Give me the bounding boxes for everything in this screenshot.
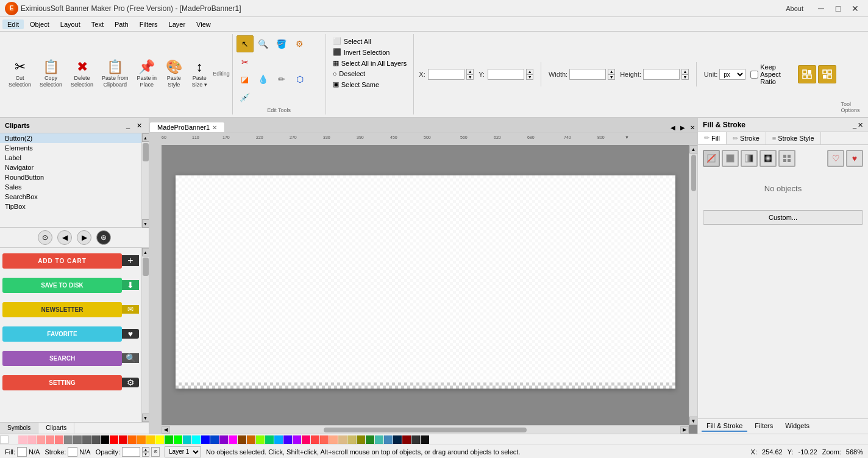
clipart-item-searchbox[interactable]: SearchBox <box>0 192 141 202</box>
clipart-preview-newsletter[interactable]: NEWSLETTER ✉ <box>2 299 139 320</box>
color-maroon[interactable] <box>402 435 411 444</box>
select-tool-button[interactable]: ↖ <box>237 35 254 52</box>
minimize-button[interactable]: ─ <box>813 2 829 15</box>
close-button[interactable]: ✕ <box>847 2 863 15</box>
clipart-item-navigator[interactable]: Navigator <box>0 163 141 172</box>
zoom-tool-button[interactable]: 🔍 <box>255 35 272 52</box>
clipart-item-elements[interactable]: Elements <box>0 143 141 153</box>
clipart-item-sales[interactable]: Sales <box>0 182 141 192</box>
color-blue1[interactable] <box>201 435 210 444</box>
color-brown2[interactable] <box>247 435 255 444</box>
color-pink5[interactable] <box>55 435 63 444</box>
bottom-tab-widgets[interactable]: Widgets <box>780 421 814 432</box>
opacity-input[interactable] <box>122 447 140 457</box>
opacity-up-button[interactable]: ▲ <box>142 447 149 452</box>
tab-symbols[interactable]: Symbols <box>0 423 38 434</box>
menu-filters[interactable]: Filters <box>135 19 163 29</box>
hscroll-thumb[interactable] <box>324 428 527 432</box>
canvas-scroll-right-button[interactable]: ▶ <box>678 122 688 132</box>
color-pink1[interactable] <box>18 435 27 444</box>
vscroll-thumb[interactable] <box>691 155 696 191</box>
clipart-preview-add-cart[interactable]: ADD TO CART + <box>2 250 139 271</box>
color-forest[interactable] <box>366 435 374 444</box>
paint-heart2-button[interactable]: ♥ <box>846 150 863 167</box>
nav-end-button[interactable]: ⊛ <box>96 230 111 245</box>
height-down-button[interactable]: ▼ <box>681 74 689 80</box>
x-down-button[interactable]: ▼ <box>466 74 474 80</box>
list-scroll-thumb[interactable] <box>143 143 149 161</box>
paint-flat-button[interactable] <box>722 150 739 167</box>
clipart-item-button2[interactable]: Button(2) <box>0 133 141 143</box>
select-same-button[interactable]: ▣ Select Same <box>331 80 409 89</box>
paste-size-button[interactable]: ↕ PasteSize ▾ <box>187 58 212 91</box>
keep-aspect-checkbox[interactable]: Keep Aspect Ratio <box>750 63 792 85</box>
width-down-button[interactable]: ▼ <box>608 74 615 80</box>
node-tool-button[interactable]: ✂ <box>237 54 254 71</box>
color-violet[interactable] <box>293 435 301 444</box>
color-navy[interactable] <box>393 435 402 444</box>
clipart-preview-search[interactable]: SEARCH 🔍 <box>2 348 139 368</box>
clipart-item-tipbox[interactable]: TipBox <box>0 202 141 211</box>
canvas-close-all-button[interactable]: ✕ <box>688 122 697 132</box>
color-tan[interactable] <box>338 435 347 444</box>
sidebar-hide-button[interactable]: _ <box>123 121 133 130</box>
fill-stroke-close-button[interactable]: ✕ <box>858 121 863 129</box>
menu-text[interactable]: Text <box>87 19 108 29</box>
paint-pattern-button[interactable] <box>778 150 795 167</box>
paint-radial-button[interactable] <box>760 150 777 167</box>
paint-heart-button[interactable]: ♡ <box>827 150 844 167</box>
color-rose[interactable] <box>302 435 310 444</box>
tab-stroke-style[interactable]: ≡ Stroke Style <box>766 132 821 144</box>
list-scroll-down-button[interactable]: ▼ <box>142 219 149 228</box>
x-up-button[interactable]: ▲ <box>466 69 474 74</box>
pen-tool-button[interactable]: ✏ <box>273 71 290 88</box>
menu-path[interactable]: Path <box>110 19 133 29</box>
clipart-item-roundbutton[interactable]: RoundButton <box>0 172 141 182</box>
hscroll-right-button[interactable]: ▶ <box>680 426 689 434</box>
color-teal[interactable] <box>183 435 191 444</box>
snap-button-1[interactable] <box>798 65 816 83</box>
color-gray3[interactable] <box>82 435 91 444</box>
eyedrop-tool-button[interactable]: 💉 <box>237 89 254 106</box>
opacity-down-button[interactable]: ▼ <box>142 452 149 457</box>
color-steel[interactable] <box>384 435 393 444</box>
color-lightgray[interactable] <box>9 435 18 444</box>
preview-scroll-thumb[interactable] <box>143 258 149 276</box>
opacity-reset-button[interactable]: ⊙ <box>151 447 160 457</box>
select-all-layers-button[interactable]: ▦ Select All in All Layers <box>331 58 409 68</box>
color-orange1[interactable] <box>128 435 137 444</box>
stroke-color-swatch[interactable] <box>68 447 77 457</box>
copy-selection-button[interactable]: 📋 CopySelection <box>36 58 66 91</box>
color-salmon[interactable] <box>320 435 329 444</box>
color-magenta[interactable] <box>229 435 237 444</box>
paste-place-button[interactable]: 📌 Paste inPlace <box>133 58 161 91</box>
color-blue2[interactable] <box>210 435 219 444</box>
color-emerald[interactable] <box>265 435 274 444</box>
cut-selection-button[interactable]: ✂ CutSelection <box>5 58 35 91</box>
sidebar-close-button[interactable]: ✕ <box>134 121 144 130</box>
maximize-button[interactable]: □ <box>830 2 846 15</box>
clipart-preview-favorite[interactable]: FAVORITE ♥ <box>2 323 139 344</box>
tab-stroke[interactable]: ✏ Stroke <box>727 132 766 144</box>
canvas-scroll-left-button[interactable]: ◀ <box>668 122 678 132</box>
deselect-button[interactable]: ○ Deselect <box>331 69 409 78</box>
color-khaki[interactable] <box>347 435 356 444</box>
y-up-button[interactable]: ▲ <box>526 69 533 74</box>
color-lime[interactable] <box>256 435 265 444</box>
clipart-preview-save-disk[interactable]: SAVE TO DISK ⬇ <box>2 275 139 295</box>
y-down-button[interactable]: ▼ <box>526 74 533 80</box>
color-indigo[interactable] <box>283 435 292 444</box>
height-up-button[interactable]: ▲ <box>681 69 689 74</box>
canvas-tab-close-button[interactable]: ✕ <box>212 124 217 131</box>
color-yellow1[interactable] <box>146 435 155 444</box>
nav-home-button[interactable]: ⊙ <box>38 230 52 245</box>
tab-fill[interactable]: ✏ Fill <box>698 132 727 144</box>
color-peach[interactable] <box>329 435 338 444</box>
color-coral[interactable] <box>311 435 319 444</box>
canvas-document[interactable] <box>176 175 675 389</box>
keep-aspect-input[interactable] <box>750 71 758 79</box>
paint-none-button[interactable] <box>703 150 720 167</box>
bottom-tab-fill-stroke[interactable]: Fill & Stroke <box>702 421 747 432</box>
color-black[interactable] <box>101 435 109 444</box>
height-input[interactable] <box>643 69 680 80</box>
